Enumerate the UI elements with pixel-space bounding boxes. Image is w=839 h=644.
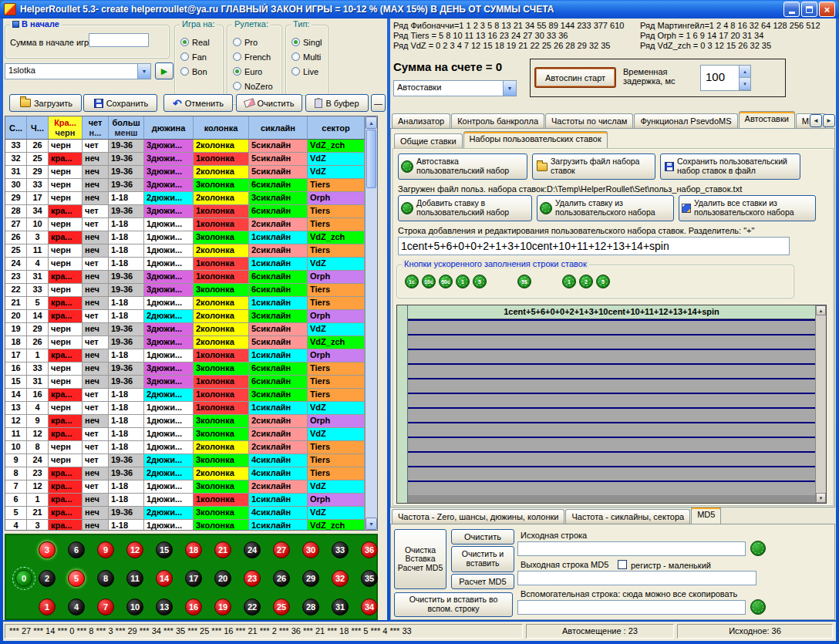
scroll-up-icon[interactable]: ▲ — [366, 116, 377, 129]
table-row[interactable]: 3033черннеч19-363дюжи...3колонка6сиклайн… — [5, 179, 365, 192]
md5-clear-paste-button[interactable]: Очистить и вставить — [451, 546, 514, 572]
board-number-29[interactable]: 29 — [302, 570, 319, 587]
table-row[interactable]: 712кра...чет1-181дюжи...3колонка2сиклайн… — [5, 480, 365, 494]
slot-combobox[interactable]: 1slotka ▼ — [5, 63, 151, 79]
chip-button[interactable]: 10c — [422, 275, 436, 288]
minimize-button[interactable] — [783, 2, 800, 17]
helper-string-input[interactable] — [517, 600, 746, 615]
autospin-start-button[interactable]: Автоспин старт — [534, 67, 616, 88]
table-row[interactable]: 924чернчет19-362дюжи...3колонка4сиклайнT… — [5, 454, 365, 467]
main-tab-2[interactable]: Частоты по числам — [545, 113, 633, 128]
board-number-18[interactable]: 18 — [185, 541, 202, 558]
bet-string-input[interactable] — [398, 237, 790, 255]
maximize-button[interactable] — [801, 2, 817, 17]
sub-tab-0[interactable]: Общие ставки — [394, 133, 463, 148]
radio-option-Singl[interactable]: Singl — [286, 35, 328, 49]
table-row[interactable]: 263кра...неч1-181дюжи...3колонка1сиклайн… — [5, 231, 365, 244]
board-number-36[interactable]: 36 — [361, 541, 378, 558]
table-row[interactable]: 2233черннеч19-363дюжи...3колонка6сиклайн… — [5, 284, 365, 297]
main-tab-3[interactable]: Функционал PsevdoMS — [634, 113, 737, 128]
table-row[interactable]: 1633черннеч19-363дюжи...3колонка6сиклайн… — [5, 362, 365, 376]
bet-grid-row[interactable] — [408, 422, 815, 437]
bet-grid-row[interactable] — [408, 437, 815, 451]
md5-master-button[interactable]: Очистка Вставка Расчет MD5 — [394, 529, 446, 589]
remove-bet-button[interactable]: Удалить ставку из пользовательского набо… — [537, 195, 674, 221]
paste-helper-button[interactable]: Очистить и вставить во вспом. строку — [394, 592, 513, 617]
table-row[interactable]: 171кра...неч1-181дюжи...1колонка1сиклайн… — [5, 349, 365, 362]
radio-option-French[interactable]: French — [227, 49, 281, 64]
board-number-9[interactable]: 9 — [97, 541, 114, 558]
chip-button[interactable]: 5 — [473, 275, 487, 288]
main-tab-4[interactable]: Автоставки — [739, 111, 795, 128]
board-number-4[interactable]: 4 — [68, 598, 85, 615]
board-number-12[interactable]: 12 — [126, 541, 143, 558]
bet-grid-row[interactable] — [408, 407, 815, 422]
radio-option-Pro[interactable]: Pro — [227, 35, 281, 49]
collapse-button[interactable]: — — [371, 94, 386, 112]
undo-button[interactable]: ↶Отменить — [163, 94, 233, 112]
radio-option-Euro[interactable]: Euro — [227, 64, 281, 79]
bet-grid-row[interactable] — [408, 363, 815, 378]
bet-grid-row[interactable] — [408, 349, 815, 363]
board-number-33[interactable]: 33 — [332, 541, 349, 558]
board-number-0[interactable]: 0 — [15, 570, 32, 587]
scroll-down-icon[interactable]: ▼ — [816, 493, 826, 503]
load-bets-file-button[interactable]: Загрузить файл набора ставок — [532, 153, 655, 180]
table-row[interactable]: 1112кра...чет1-181дюжи...3колонка2сиклай… — [5, 428, 365, 441]
table-row[interactable]: 3129черннеч19-363дюжи...2колонка5сиклайн… — [5, 166, 365, 179]
bet-grid-row[interactable] — [408, 334, 815, 349]
table-scrollbar[interactable]: ▲ ▼ — [365, 116, 377, 530]
close-button[interactable]: × — [819, 2, 835, 17]
board-number-28[interactable]: 28 — [302, 598, 319, 615]
board-number-2[interactable]: 2 — [39, 570, 56, 587]
bottom-tab-0[interactable]: Частота - Zero, шансы, дюжины, колонки — [392, 509, 564, 524]
clear-button[interactable]: Очистить — [236, 94, 302, 112]
board-number-1[interactable]: 1 — [39, 598, 56, 615]
table-row[interactable]: 2917черннеч1-182дюжи...2колонка3сиклайнO… — [5, 192, 365, 205]
scroll-up-icon[interactable]: ▲ — [816, 305, 826, 315]
bottom-tab-2[interactable]: MD5 — [691, 507, 721, 524]
board-number-20[interactable]: 20 — [214, 570, 231, 587]
board-number-13[interactable]: 13 — [156, 598, 173, 615]
table-row[interactable]: 1531черннеч19-363дюжи...1колонка6сиклайн… — [5, 376, 365, 389]
bet-grid-row[interactable] — [408, 393, 815, 407]
board-number-11[interactable]: 11 — [126, 570, 143, 587]
bet-grid-row[interactable] — [408, 451, 815, 466]
board-number-16[interactable]: 16 — [185, 598, 202, 615]
table-row[interactable]: 2834кра...чет19-363дюжи...1колонка6сикла… — [5, 205, 365, 218]
main-tab-1[interactable]: Контроль банкролла — [451, 113, 544, 128]
board-number-23[interactable]: 23 — [244, 570, 261, 587]
save-button[interactable]: Сохранить — [83, 94, 157, 112]
chip-button[interactable]: 1c — [405, 275, 419, 288]
tabs-scroll-right[interactable]: ► — [823, 114, 835, 127]
board-number-31[interactable]: 31 — [332, 598, 349, 615]
board-number-17[interactable]: 17 — [185, 570, 202, 587]
radio-option-NoZero[interactable]: NoZero — [227, 79, 281, 93]
bet-grid-row[interactable] — [408, 466, 815, 480]
radio-option-Bon[interactable]: Bon — [175, 64, 223, 79]
board-number-27[interactable]: 27 — [273, 541, 290, 558]
load-button[interactable]: Загрузить — [9, 94, 82, 112]
table-row[interactable]: 108чернчет1-181дюжи...2колонка2сиклайнTi… — [5, 441, 365, 454]
table-row[interactable]: 129кра...неч1-181дюжи...3колонка2сиклайн… — [5, 415, 365, 428]
title-bar[interactable]: HelperRoullet 5.3- create helperroullet@… — [0, 0, 839, 19]
board-number-35[interactable]: 35 — [361, 570, 378, 587]
buffer-button[interactable]: В буфер — [305, 94, 369, 112]
bet-grid-row[interactable] — [408, 378, 815, 393]
table-row[interactable]: 3326чернчет19-363дюжи...2колонка5сиклайн… — [5, 140, 365, 153]
board-number-25[interactable]: 25 — [273, 598, 290, 615]
md5-output-input[interactable] — [517, 571, 756, 585]
board-number-3[interactable]: 3 — [39, 541, 56, 558]
tabs-scroll-left[interactable]: ◄ — [810, 114, 822, 127]
board-number-8[interactable]: 8 — [97, 570, 114, 587]
radio-option-Fan[interactable]: Fan — [175, 49, 223, 64]
mode-combobox[interactable]: Автоставки ▼ — [393, 80, 517, 96]
board-number-21[interactable]: 21 — [214, 541, 231, 558]
table-row[interactable]: 521кра...неч19-362дюжи...3колонка4сиклай… — [5, 507, 365, 520]
main-tab-0[interactable]: Анализатор — [392, 113, 450, 128]
chevron-down-icon[interactable]: ▼ — [137, 64, 150, 79]
table-row[interactable]: 1416кра...чет1-182дюжи...1колонка3сиклай… — [5, 389, 365, 402]
bet-grid-scrollbar[interactable]: ▲ ▼ — [815, 305, 826, 503]
table-row[interactable]: 3225кра...неч19-363дюжи...1колонка5сикла… — [5, 153, 365, 166]
table-row[interactable]: 134чернчет1-181дюжи...1колонка1сиклайнVd… — [5, 402, 365, 415]
